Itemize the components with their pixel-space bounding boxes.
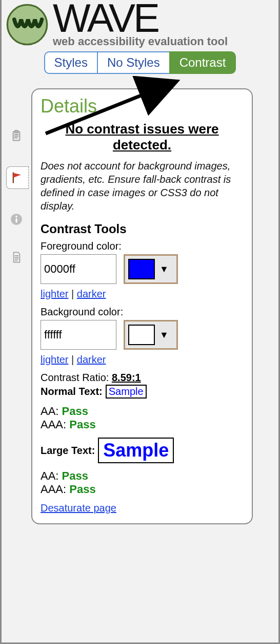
brand-tagline: web accessibility evaluation tool [53,36,228,47]
separator: | [71,354,77,365]
svg-rect-2 [15,130,18,132]
tab-contrast[interactable]: Contrast [169,51,236,74]
desaturate-page-link[interactable]: Desaturate page [41,502,116,514]
wave-logo-icon [6,3,49,46]
clipboard-icon[interactable] [9,128,24,144]
normal-aaa-result: Pass [69,418,95,431]
background-hex-input[interactable] [41,320,116,350]
disclaimer-text: Does not account for background images, … [41,159,244,213]
background-lighter-link[interactable]: lighter [41,354,68,365]
foreground-darker-link[interactable]: darker [77,288,106,299]
foreground-swatch [128,259,155,279]
svg-point-7 [15,216,17,217]
large-text-sample: Sample [98,438,174,463]
large-aaa-label: AAA: [41,483,66,496]
large-aa-label: AA: [41,469,58,482]
large-aaa-result: Pass [69,483,95,496]
foreground-label: Foreground color: [41,240,244,252]
foreground-hex-input[interactable] [41,254,116,284]
chevron-down-icon[interactable]: ▼ [155,330,173,340]
contrast-ratio: Contrast Ratio: 8.59:1 [41,372,244,384]
foreground-lighter-link[interactable]: lighter [41,288,68,299]
background-darker-link[interactable]: darker [77,354,106,365]
document-icon[interactable] [9,250,24,265]
brand-name: WAVE [53,0,228,38]
background-label: Background color: [41,306,244,318]
normal-aa-label: AA: [41,405,58,418]
tab-no-styles[interactable]: No Styles [98,51,169,74]
side-rail [7,128,26,265]
normal-aa-result: Pass [62,405,88,418]
flag-icon[interactable] [6,166,29,189]
panel-title: Details [41,96,244,117]
normal-aaa-label: AAA: [41,418,66,431]
svg-rect-8 [15,218,17,223]
foreground-color-picker[interactable]: ▼ [124,254,178,284]
tab-styles[interactable]: Styles [44,51,98,74]
contrast-ratio-value: 8.59:1 [112,372,141,383]
background-color-picker[interactable]: ▼ [124,320,178,350]
large-aa-result: Pass [62,469,88,482]
no-contrast-issues-message: No contrast issues were detected. [41,121,244,153]
details-panel: Details No contrast issues were detected… [31,88,253,524]
normal-text-label: Normal Text: [41,386,103,397]
info-icon[interactable] [9,212,24,227]
separator: | [71,288,77,299]
contrast-ratio-label: Contrast Ratio: [41,372,109,383]
normal-text-sample: Sample [106,385,147,399]
view-tabs: Styles No Styles Contrast [2,51,278,74]
header: WAVE web accessibility evaluation tool [2,0,278,47]
contrast-tools-heading: Contrast Tools [41,222,244,236]
large-text-label: Large Text: [41,445,95,457]
background-swatch [128,325,155,345]
chevron-down-icon[interactable]: ▼ [155,264,173,275]
